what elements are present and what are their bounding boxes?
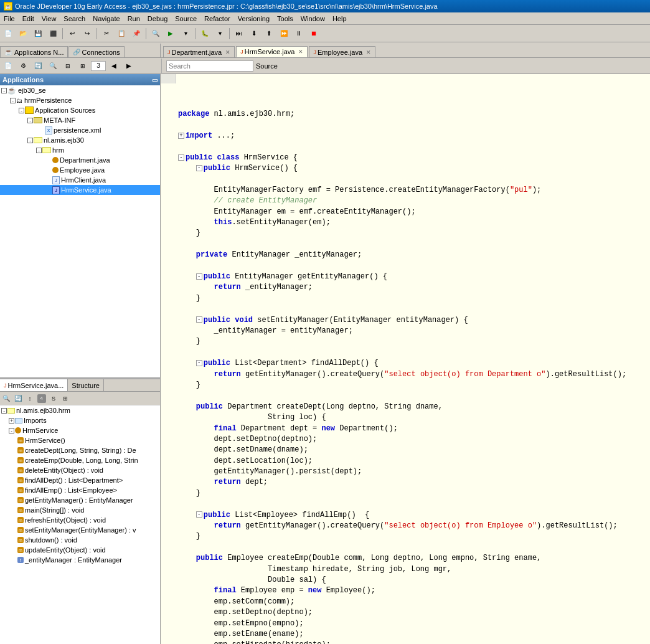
code-collapse-import[interactable]: + [178,133,184,139]
tab-employee-java[interactable]: J Employee.java ✕ [309,46,375,57]
code-collapse-ctor[interactable]: - [196,165,202,171]
struct-imports[interactable]: + Imports [0,415,160,425]
step-over[interactable]: ⏭ [232,27,246,40]
menu-tools[interactable]: Tools [273,12,297,24]
emp-close-btn[interactable]: ✕ [366,49,371,55]
refresh-btn[interactable]: 🔄 [31,59,45,73]
code-collapse-getmgr[interactable]: - [196,273,202,280]
nav-prev-btn[interactable]: ◀ [107,59,121,73]
struct-method-9[interactable]: m setEntityManager(EntityManager) : v [0,525,160,535]
collapse-all-btn[interactable]: ⊟ [61,59,75,73]
tab-connections[interactable]: 🔗 Connections [68,46,124,57]
menu-search[interactable]: Search [60,12,89,24]
bt-nav-btn[interactable]: ↕ [24,393,35,404]
nav-next-btn[interactable]: ▶ [122,59,136,73]
panel-header-applications: Applications ▭ [0,74,160,85]
struct-method-8[interactable]: m refreshEntity(Object) : void [0,515,160,525]
tab-applications[interactable]: ☕ Applications N... [0,46,68,57]
appsources-icon [25,107,34,114]
menu-help[interactable]: Help [329,12,351,24]
struct-method-1[interactable]: m createDept(Long, String, String) : De [0,445,160,455]
bt-find-btn[interactable]: 🔍 [1,393,12,404]
tree-item-appsources[interactable]: - Application Sources [0,105,160,115]
stop[interactable]: ⏹ [307,27,321,40]
run-dropdown[interactable]: ▾ [179,27,192,40]
code-collapse-findalldept[interactable]: - [196,360,202,366]
tree-item-hrmclient-java[interactable]: J HrmClient.java [0,175,160,185]
panel-minimize-btn[interactable]: ▭ [152,77,158,83]
bt-btn5[interactable]: S [48,393,59,404]
expand-all-btn[interactable]: ⊞ [76,59,90,73]
redo-btn[interactable]: ↪ [80,27,94,40]
struct-method-3[interactable]: m deleteEntity(Object) : void [0,465,160,475]
menu-source[interactable]: Source [171,12,200,24]
tab-structure[interactable]: Structure [68,379,104,391]
find-app-btn[interactable]: 🔍 [46,59,60,73]
debug-dropdown[interactable]: ▾ [213,27,227,40]
step-into[interactable]: ⬇ [247,27,261,40]
menu-refactor[interactable]: Refactor [200,12,234,24]
copy-btn[interactable]: 📋 [115,27,128,40]
bt-btn4[interactable]: 4 [36,393,47,404]
code-content: package nl.amis.ejb30.hrm; +import ...; … [161,74,650,644]
dept-close-btn[interactable]: ✕ [225,49,230,55]
tree-item-emp-java[interactable]: Employee.java [0,165,160,175]
bt-btn6[interactable]: ⊞ [60,393,71,404]
menu-run[interactable]: Run [124,12,144,24]
tab-department-java[interactable]: J Department.java ✕ [163,46,235,57]
search-input[interactable] [166,60,253,72]
new-btn[interactable]: 📄 [1,27,15,40]
save-btn[interactable]: 💾 [31,27,45,40]
struct-method-10[interactable]: m shutdown() : void [0,535,160,545]
tree-item-package[interactable]: - nl.amis.ejb30 [0,135,160,145]
run-btn[interactable]: ▶ [164,27,177,40]
code-editor[interactable]: package nl.amis.ejb30.hrm; +import ...; … [161,74,650,644]
struct-method-4[interactable]: m findAllDept() : List<Department> [0,475,160,485]
struct-method-7[interactable]: m main(String[]) : void [0,505,160,515]
code-collapse-findallemp[interactable]: - [196,511,202,518]
menu-debug[interactable]: Debug [144,12,171,24]
pause[interactable]: ⏸ [292,27,306,40]
sep3 [146,28,146,39]
tree-item-hrmservice-java[interactable]: J HrmService.java [0,185,160,195]
undo-btn[interactable]: ↩ [65,27,79,40]
menu-window[interactable]: Window [297,12,329,24]
struct-method-2[interactable]: m createEmp(Double, Long, Long, Strin [0,455,160,465]
cut-btn[interactable]: ✂ [100,27,113,40]
debug-btn[interactable]: 🐛 [198,27,212,40]
struct-method-0[interactable]: m HrmService() [0,435,160,445]
tree-item-hrm[interactable]: - hrm [0,145,160,155]
code-collapse-setmgr[interactable]: - [196,316,202,323]
settings-btn[interactable]: ⚙ [16,59,30,73]
bt-refresh-btn[interactable]: 🔄 [12,393,24,404]
struct-hrm-service-class[interactable]: - HrmService [0,425,160,435]
tree-item-hrmpersistence[interactable]: - 🗂 hrmPersistence [0,95,160,105]
menu-edit[interactable]: Edit [19,12,38,24]
resume[interactable]: ⏩ [277,27,291,40]
tree-item-ejb30se[interactable]: - ☕ ejb30_se [0,85,160,95]
menu-navigate[interactable]: Navigate [89,12,123,24]
struct-field-0[interactable]: f _entityManager : EntityManager [0,555,160,565]
menu-file[interactable]: File [0,12,19,24]
struct-method-6[interactable]: m getEntityManager() : EntityManager [0,495,160,505]
menu-versioning[interactable]: Versioning [234,12,273,24]
save-all-btn[interactable]: ⬛ [46,27,60,40]
struct-method-11[interactable]: m updateEntity(Object) : void [0,545,160,555]
new-app-btn[interactable]: 📄 [1,59,15,73]
tab-hrm-service[interactable]: J HrmService.java ✕ [236,46,308,57]
tree-item-dept-java[interactable]: Department.java [0,155,160,165]
code-collapse-class[interactable]: - [178,154,184,161]
step-out[interactable]: ⬆ [262,27,276,40]
open-btn[interactable]: 📂 [16,27,30,40]
tab-hrm-service-file[interactable]: J HrmService.java... [0,379,68,391]
version-selector[interactable]: 3 [91,61,106,71]
struct-method-5[interactable]: m findAllEmp() : List<Employee> [0,485,160,495]
hrm-close-btn[interactable]: ✕ [298,49,303,55]
find-btn[interactable]: 🔍 [149,27,162,40]
tree-item-metainf[interactable]: - META-INF [0,115,160,125]
paste-btn[interactable]: 📌 [130,27,143,40]
main-toolbar: 📄 📂 💾 ⬛ ↩ ↪ ✂ 📋 📌 🔍 ▶ ▾ 🐛 ▾ ⏭ ⬇ ⬆ ⏩ ⏸ ⏹ [0,25,650,42]
struct-package[interactable]: - nl.amis.ejb30.hrm [0,405,160,415]
tree-item-persistence-xml[interactable]: X persistence.xml [0,125,160,135]
menu-view[interactable]: View [38,12,60,24]
